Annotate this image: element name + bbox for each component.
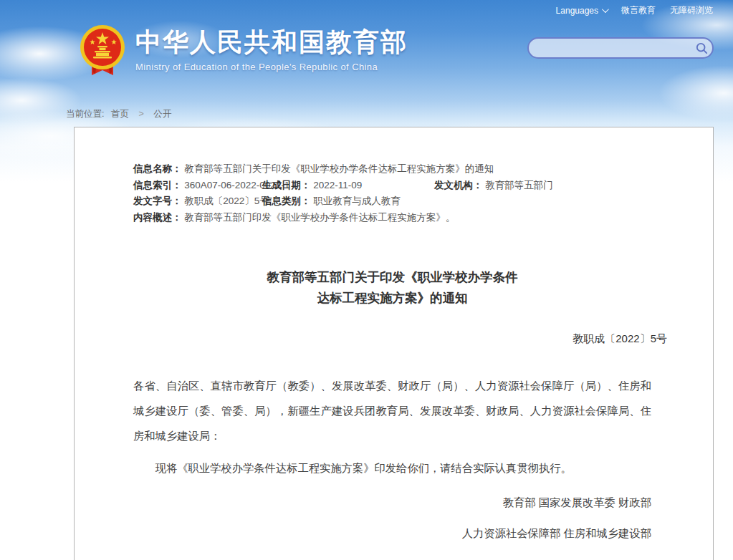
search-icon <box>695 42 709 55</box>
meta-category-group: 信息类别： 职业教育与成人教育 <box>262 193 401 210</box>
meta-summary-value: 教育部等五部门印发《职业学校办学条件达标工程实施方案》。 <box>184 212 455 223</box>
site-title[interactable]: 中华人民共和国教育部 <box>135 28 408 57</box>
meta-category-label: 信息类别： <box>262 195 311 206</box>
paragraph-addressees: 各省、自治区、直辖市教育厅（教委）、发展改革委、财政厅（局）、人力资源社会保障厅… <box>133 373 651 448</box>
site-header: 中华人民共和国教育部 Ministry of Education of the … <box>77 24 408 77</box>
page: { "topbar": { "languages_label": "Langua… <box>0 0 733 560</box>
meta-row-docno: 发文字号： 教职成〔2022〕5号 信息类别： 职业教育与成人教育 <box>133 193 651 210</box>
meta-name-value: 教育部等五部门关于印发《职业学校办学条件达标工程实施方案》的通知 <box>184 163 494 174</box>
meta-docno-value: 教职成〔2022〕5号 <box>184 195 269 206</box>
document-meta: 信息名称： 教育部等五部门关于印发《职业学校办学条件达标工程实施方案》的通知 信… <box>133 161 651 226</box>
meta-row-name: 信息名称： 教育部等五部门关于印发《职业学校办学条件达标工程实施方案》的通知 <box>133 161 651 178</box>
meta-date-value: 2022-11-09 <box>313 180 362 190</box>
search-button[interactable] <box>691 39 712 57</box>
meta-category-value: 职业教育与成人教育 <box>313 195 401 206</box>
breadcrumb-separator: > <box>138 109 143 119</box>
national-emblem-logo[interactable] <box>77 24 128 77</box>
site-titles: 中华人民共和国教育部 Ministry of Education of the … <box>135 24 408 72</box>
meta-org-label: 发文机构： <box>434 180 483 190</box>
meta-org-group: 发文机构： 教育部等五部门 <box>434 178 553 194</box>
weiyan-education-link[interactable]: 微言教育 <box>621 4 656 16</box>
document-title-line2: 达标工程实施方案》的通知 <box>133 288 651 309</box>
languages-label: Languages <box>556 6 598 16</box>
search-box <box>527 37 714 59</box>
meta-date-label: 生成日期： <box>262 180 311 190</box>
signature-line-1: 教育部 国家发展改革委 财政部 <box>133 496 651 511</box>
breadcrumb-label: 当前位置: <box>66 109 104 119</box>
document-panel: 信息名称： 教育部等五部门关于印发《职业学校办学条件达标工程实施方案》的通知 信… <box>74 127 714 560</box>
search-input[interactable] <box>529 39 691 57</box>
meta-index-label: 信息索引： <box>133 180 182 190</box>
document-body: 各省、自治区、直辖市教育厅（教委）、发展改革委、财政厅（局）、人力资源社会保障厅… <box>133 373 651 481</box>
meta-name-label: 信息名称： <box>133 163 182 174</box>
breadcrumb-current-link[interactable]: 公开 <box>153 109 171 119</box>
meta-summary-label: 内容概述： <box>133 212 182 223</box>
document-number: 教职成〔2022〕5号 <box>133 332 667 346</box>
signature-line-2: 人力资源社会保障部 住房和城乡建设部 <box>133 526 651 541</box>
breadcrumb-home-link[interactable]: 首页 <box>111 109 129 119</box>
meta-docno-label: 发文字号： <box>133 195 182 206</box>
meta-date-group: 生成日期： 2022-11-09 <box>262 178 362 194</box>
meta-org-value: 教育部等五部门 <box>485 180 553 190</box>
document-title-line1: 教育部等五部门关于印发《职业学校办学条件 <box>133 267 651 288</box>
national-emblem-icon <box>77 24 128 77</box>
chevron-down-icon <box>602 6 609 13</box>
accessibility-browse-link[interactable]: 无障碍浏览 <box>670 4 713 16</box>
meta-row-summary: 内容概述： 教育部等五部门印发《职业学校办学条件达标工程实施方案》。 <box>133 210 651 226</box>
languages-dropdown[interactable]: Languages <box>556 6 607 16</box>
paragraph-main: 现将《职业学校办学条件达标工程实施方案》印发给你们，请结合实际认真贯彻执行。 <box>133 455 651 481</box>
meta-row-index: 信息索引： 360A07-06-2022-0022-1 生成日期： 2022-1… <box>133 178 651 194</box>
site-subtitle: Ministry of Education of the People's Re… <box>135 62 408 72</box>
breadcrumb: 当前位置: 首页 > 公开 <box>66 108 171 120</box>
document-title: 教育部等五部门关于印发《职业学校办学条件 达标工程实施方案》的通知 <box>133 267 651 309</box>
top-utility-bar: Languages 微言教育 无障碍浏览 <box>556 4 713 16</box>
